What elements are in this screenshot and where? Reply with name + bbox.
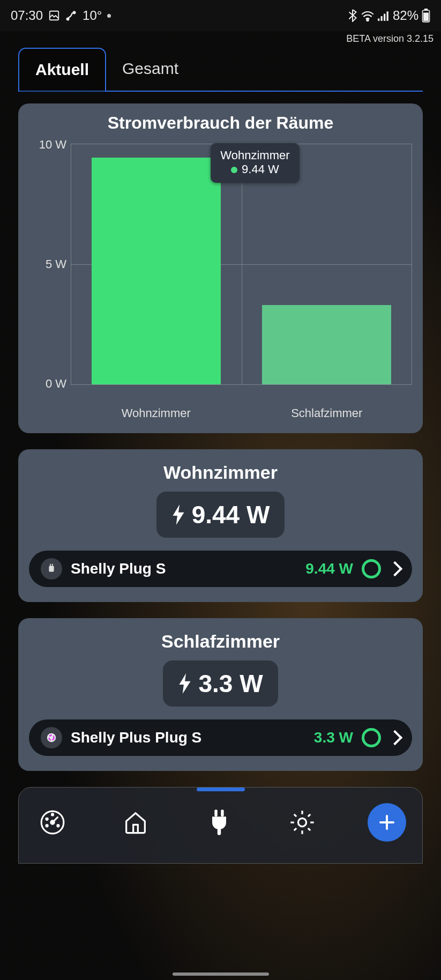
wifi-icon xyxy=(361,10,375,21)
route-icon xyxy=(65,10,77,21)
device-name: Shelly Plug S xyxy=(71,560,297,577)
svg-rect-24 xyxy=(221,810,223,816)
status-temp: 10° xyxy=(83,8,102,23)
bar-schlafzimmer[interactable] xyxy=(262,305,391,384)
room-total-value: 3.3 W xyxy=(198,669,263,698)
nav-home-button[interactable] xyxy=(118,805,153,840)
device-row[interactable]: Shelly Plug S 9.44 W xyxy=(29,551,412,587)
svg-point-2 xyxy=(73,12,76,14)
tooltip-value: 9.44 W xyxy=(242,162,279,176)
chevron-right-icon xyxy=(387,561,402,576)
tab-gesamt[interactable]: Gesamt xyxy=(106,48,195,91)
beta-version-label: BETA version 3.2.15 xyxy=(0,31,441,44)
chart-area[interactable]: 10 W 5 W 0 W Wohnzimmer 9.44 W xyxy=(29,138,412,406)
bolt-icon xyxy=(171,504,185,525)
chart-card: Stromverbrauch der Räume 10 W 5 W 0 W Wo… xyxy=(18,103,423,433)
nav-add-button[interactable] xyxy=(368,803,406,842)
x-label: Wohnzimmer xyxy=(71,406,242,420)
device-name: Shelly Plus Plug S xyxy=(71,729,305,746)
svg-rect-11 xyxy=(49,566,54,572)
svg-rect-23 xyxy=(214,810,217,816)
status-time: 07:30 xyxy=(11,8,43,23)
device-status-ring[interactable] xyxy=(362,728,381,747)
svg-rect-10 xyxy=(423,13,429,21)
nav-power-button[interactable] xyxy=(201,805,237,840)
svg-rect-12 xyxy=(50,564,51,566)
nav-dashboard-button[interactable] xyxy=(35,805,70,840)
bluetooth-icon xyxy=(348,9,357,22)
gear-icon xyxy=(288,808,316,836)
y-tick: 5 W xyxy=(46,257,66,271)
device-power: 3.3 W xyxy=(314,729,353,746)
plug-nav-icon xyxy=(206,808,232,836)
y-tick: 0 W xyxy=(46,377,66,391)
room-card-schlafzimmer: Schlafzimmer 3.3 W Shelly Plus Plug S 3.… xyxy=(18,618,423,771)
status-bar: 07:30 10° 82% xyxy=(0,0,441,31)
svg-point-26 xyxy=(298,818,306,826)
chart-title: Stromverbrauch der Räume xyxy=(29,113,412,133)
svg-point-3 xyxy=(367,19,368,21)
tooltip-label: Wohnzimmer xyxy=(220,149,289,162)
room-total-badge: 3.3 W xyxy=(163,660,278,707)
plug-icon xyxy=(41,558,62,580)
tabs: Aktuell Gesamt xyxy=(18,48,423,92)
device-status-ring[interactable] xyxy=(362,559,381,578)
plug-icon xyxy=(41,727,62,748)
room-total-badge: 9.44 W xyxy=(156,492,285,538)
y-tick: 10 W xyxy=(39,138,66,152)
svg-point-19 xyxy=(46,825,48,827)
room-title: Schlafzimmer xyxy=(29,631,412,652)
device-power: 9.44 W xyxy=(305,560,353,577)
svg-point-20 xyxy=(46,818,48,820)
signal-icon xyxy=(378,10,390,21)
svg-point-22 xyxy=(57,825,59,827)
svg-rect-7 xyxy=(386,11,388,21)
home-icon xyxy=(122,808,150,836)
svg-rect-9 xyxy=(424,9,428,10)
home-indicator[interactable] xyxy=(173,972,269,976)
svg-point-1 xyxy=(67,18,69,20)
svg-rect-13 xyxy=(52,564,53,566)
bar-wohnzimmer[interactable] xyxy=(92,158,221,384)
status-battery-pct: 82% xyxy=(393,8,418,23)
plus-icon xyxy=(377,813,397,832)
svg-rect-5 xyxy=(380,16,382,21)
bottom-nav xyxy=(18,787,423,864)
tooltip-dot-icon xyxy=(231,167,237,173)
nav-drag-indicator[interactable] xyxy=(197,788,245,791)
status-dot-icon xyxy=(107,14,111,18)
svg-rect-6 xyxy=(384,14,385,21)
room-title: Wohnzimmer xyxy=(29,462,412,483)
svg-rect-25 xyxy=(217,828,221,835)
room-card-wohnzimmer: Wohnzimmer 9.44 W Shelly Plug S 9.44 W xyxy=(18,449,423,602)
svg-rect-4 xyxy=(378,19,379,21)
device-row[interactable]: Shelly Plus Plug S 3.3 W xyxy=(29,719,412,756)
chevron-right-icon xyxy=(387,730,402,745)
nav-settings-button[interactable] xyxy=(285,805,320,840)
chart-plot: Wohnzimmer 9.44 W xyxy=(71,144,412,385)
gauge-icon xyxy=(39,809,66,836)
battery-icon xyxy=(422,9,430,23)
svg-line-18 xyxy=(53,817,58,822)
tab-aktuell[interactable]: Aktuell xyxy=(18,48,106,92)
x-label: Schlafzimmer xyxy=(242,406,413,420)
chart-tooltip: Wohnzimmer 9.44 W xyxy=(211,143,299,183)
room-total-value: 9.44 W xyxy=(192,500,270,529)
svg-point-21 xyxy=(51,814,53,815)
bolt-icon xyxy=(178,673,192,694)
gallery-icon xyxy=(48,10,60,21)
